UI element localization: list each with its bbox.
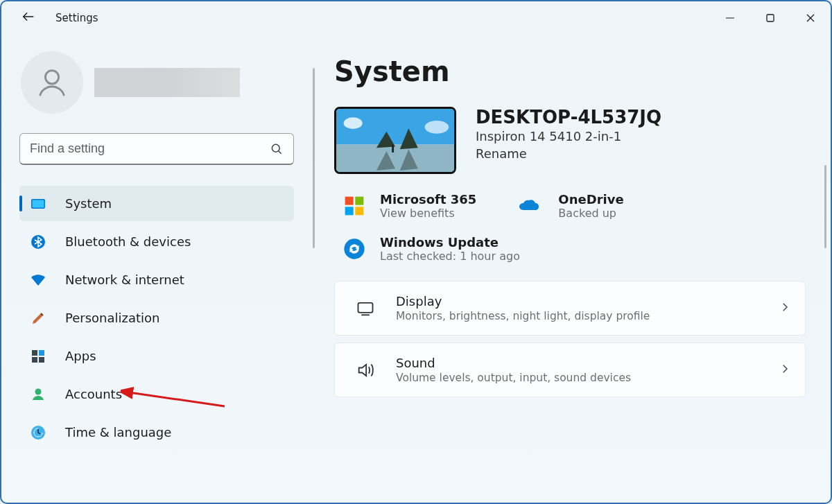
status-title: Microsoft 365 (380, 192, 476, 207)
close-icon (806, 13, 815, 23)
system-icon (29, 195, 47, 213)
main-content: System DESKTOP-4 (315, 35, 831, 503)
sidebar-item-label: Accounts (65, 387, 122, 401)
arrow-left-icon (21, 9, 36, 24)
wifi-icon (29, 271, 47, 289)
card-title: Display (396, 294, 759, 309)
card-display[interactable]: Display Monitors, brightness, night ligh… (334, 281, 806, 336)
close-button[interactable] (790, 4, 831, 32)
status-m365[interactable]: Microsoft 365 View benefits (343, 192, 476, 220)
microsoft-365-icon (343, 194, 366, 218)
sidebar-item-label: Apps (65, 349, 96, 363)
sidebar-item-personalization[interactable]: Personalization (19, 300, 294, 336)
wallpaper-icon (336, 109, 454, 172)
card-title: Sound (396, 356, 759, 370)
sidebar: System Bluetooth & devices Network & int… (1, 35, 313, 503)
accounts-icon (29, 385, 47, 403)
sidebar-item-label: Personalization (65, 311, 159, 325)
svg-rect-19 (355, 197, 363, 205)
status-subtitle: Backed up (558, 207, 623, 220)
onedrive-icon (514, 194, 544, 218)
sidebar-item-accounts[interactable]: Accounts (19, 376, 294, 412)
search-input[interactable] (30, 141, 270, 156)
clock-icon (29, 424, 47, 442)
window-controls (710, 4, 831, 32)
avatar (21, 51, 83, 114)
content-scrollbar[interactable] (824, 165, 826, 248)
status-windows-update[interactable]: Windows Update Last checked: 1 hour ago (343, 235, 520, 263)
bluetooth-icon (29, 233, 47, 251)
desktop-wallpaper-preview[interactable] (334, 107, 456, 174)
profile-header[interactable] (21, 51, 299, 114)
status-row: Microsoft 365 View benefits OneDrive Bac… (334, 192, 806, 220)
svg-rect-14 (336, 145, 454, 172)
svg-point-16 (425, 121, 449, 134)
card-subtitle: Monitors, brightness, night light, displ… (396, 310, 759, 322)
device-name: DESKTOP-4L537JQ (476, 107, 661, 128)
sound-icon (354, 360, 376, 380)
search-icon (270, 142, 284, 156)
display-icon (354, 299, 376, 318)
svg-point-15 (344, 117, 363, 129)
svg-rect-17 (392, 145, 394, 153)
svg-point-2 (45, 71, 58, 84)
window-title: Settings (55, 12, 98, 24)
svg-point-3 (272, 144, 279, 152)
sidebar-item-label: Bluetooth & devices (65, 234, 191, 249)
svg-rect-7 (32, 350, 37, 356)
sidebar-item-time-language[interactable]: Time & language (19, 415, 294, 450)
rename-link[interactable]: Rename (476, 146, 661, 161)
status-row-2: Windows Update Last checked: 1 hour ago (334, 235, 806, 263)
profile-name (94, 68, 240, 97)
svg-rect-18 (345, 197, 354, 205)
sidebar-item-apps[interactable]: Apps (19, 338, 294, 374)
sidebar-item-label: System (65, 196, 112, 211)
minimize-icon (725, 13, 735, 23)
svg-rect-5 (33, 200, 44, 207)
status-title: Windows Update (380, 235, 520, 250)
paintbrush-icon (29, 309, 47, 327)
status-subtitle: View benefits (380, 207, 476, 220)
status-onedrive[interactable]: OneDrive Backed up (514, 192, 623, 220)
svg-point-22 (344, 238, 364, 259)
svg-rect-9 (32, 357, 37, 363)
chevron-right-icon (779, 301, 791, 316)
titlebar: Settings (1, 1, 831, 35)
svg-rect-1 (767, 15, 774, 21)
sidebar-item-network[interactable]: Network & internet (19, 262, 294, 297)
page-title: System (334, 55, 806, 87)
search-box[interactable] (19, 133, 294, 165)
maximize-button[interactable] (750, 4, 790, 32)
sidebar-item-label: Network & internet (65, 272, 184, 287)
maximize-icon (765, 13, 775, 23)
device-model: Inspiron 14 5410 2-in-1 (476, 129, 661, 144)
apps-icon (29, 347, 47, 365)
svg-rect-8 (39, 350, 44, 356)
windows-update-icon (343, 237, 366, 261)
chevron-right-icon (779, 363, 791, 378)
nav: System Bluetooth & devices Network & int… (19, 186, 294, 450)
device-info: DESKTOP-4L537JQ Inspiron 14 5410 2-in-1 … (476, 107, 661, 161)
minimize-button[interactable] (710, 4, 750, 32)
card-sound[interactable]: Sound Volume levels, output, input, soun… (334, 342, 806, 397)
status-subtitle: Last checked: 1 hour ago (380, 250, 520, 263)
back-button[interactable] (21, 9, 40, 27)
svg-rect-21 (355, 207, 363, 215)
settings-window: Settings (0, 0, 832, 504)
sidebar-item-label: Time & language (65, 425, 171, 440)
svg-rect-10 (39, 357, 44, 363)
svg-rect-23 (358, 302, 373, 312)
svg-point-11 (35, 388, 42, 394)
svg-rect-20 (345, 207, 354, 215)
card-subtitle: Volume levels, output, input, sound devi… (396, 372, 759, 384)
person-icon (36, 67, 68, 98)
sidebar-item-system[interactable]: System (19, 186, 294, 221)
device-header: DESKTOP-4L537JQ Inspiron 14 5410 2-in-1 … (334, 107, 806, 174)
sidebar-item-bluetooth[interactable]: Bluetooth & devices (19, 224, 294, 259)
status-title: OneDrive (558, 192, 623, 207)
